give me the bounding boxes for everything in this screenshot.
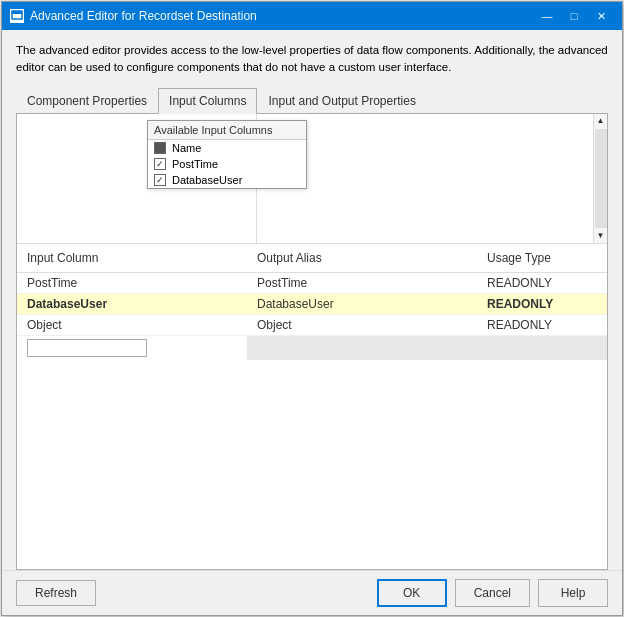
tab-component-properties[interactable]: Component Properties bbox=[16, 88, 158, 114]
header-usage-type: Usage Type bbox=[477, 248, 607, 268]
main-window: Advanced Editor for Recordset Destinatio… bbox=[1, 1, 623, 616]
title-bar: Advanced Editor for Recordset Destinatio… bbox=[2, 2, 622, 30]
cell-output-object: Object bbox=[247, 315, 477, 335]
tab-input-output-properties[interactable]: Input and Output Properties bbox=[257, 88, 426, 114]
description-text: The advanced editor provides access to t… bbox=[16, 42, 608, 77]
bottom-right-buttons: OK Cancel Help bbox=[377, 579, 608, 607]
scroll-down-arrow[interactable]: ▼ bbox=[594, 229, 608, 243]
refresh-button[interactable]: Refresh bbox=[16, 580, 96, 606]
cell-usage-object: READONLY bbox=[477, 315, 607, 335]
scroll-track bbox=[595, 129, 607, 228]
cell-usage-posttime: READONLY bbox=[477, 273, 607, 293]
input-field[interactable] bbox=[27, 339, 147, 357]
input-row bbox=[17, 336, 607, 360]
help-button[interactable]: Help bbox=[538, 579, 608, 607]
cell-output-databaseuser: DatabaseUser bbox=[247, 294, 477, 314]
header-input-column: Input Column bbox=[17, 248, 247, 268]
content-area: The advanced editor provides access to t… bbox=[2, 30, 622, 570]
window-icon bbox=[10, 9, 24, 23]
table-area: Input Column Output Alias Usage Type Pos… bbox=[17, 244, 607, 570]
top-panel: Available Input Columns Name PostTime bbox=[17, 114, 607, 244]
available-columns-header: Available Input Columns bbox=[148, 121, 306, 140]
table-header: Input Column Output Alias Usage Type bbox=[17, 244, 607, 273]
cell-usage-databaseuser: READONLY bbox=[477, 294, 607, 314]
header-output-alias: Output Alias bbox=[247, 248, 477, 268]
table-row[interactable]: Object Object READONLY bbox=[17, 315, 607, 336]
input-output-area bbox=[247, 336, 607, 360]
col-item-databaseuser[interactable]: DatabaseUser bbox=[148, 172, 306, 188]
title-controls: — □ ✕ bbox=[534, 6, 614, 26]
col-checkbox-name[interactable] bbox=[154, 142, 166, 154]
col-checkbox-databaseuser[interactable] bbox=[154, 174, 166, 186]
table-row[interactable]: DatabaseUser DatabaseUser READONLY bbox=[17, 294, 607, 315]
cell-input-posttime: PostTime bbox=[17, 273, 247, 293]
cancel-button[interactable]: Cancel bbox=[455, 579, 530, 607]
ok-button[interactable]: OK bbox=[377, 579, 447, 607]
bottom-bar: Refresh OK Cancel Help bbox=[2, 570, 622, 615]
title-bar-left: Advanced Editor for Recordset Destinatio… bbox=[10, 9, 257, 23]
columns-scroll[interactable]: Name PostTime DatabaseUser bbox=[148, 140, 306, 188]
col-checkbox-posttime[interactable] bbox=[154, 158, 166, 170]
tab-bar: Component Properties Input Columns Input… bbox=[16, 87, 608, 114]
cell-input-databaseuser: DatabaseUser bbox=[17, 294, 247, 314]
col-item-posttime[interactable]: PostTime bbox=[148, 156, 306, 172]
svg-rect-1 bbox=[12, 11, 22, 14]
window-title: Advanced Editor for Recordset Destinatio… bbox=[30, 9, 257, 23]
col-item-name[interactable]: Name bbox=[148, 140, 306, 156]
cell-input-object: Object bbox=[17, 315, 247, 335]
table-body: PostTime PostTime READONLY DatabaseUser … bbox=[17, 273, 607, 570]
minimize-button[interactable]: — bbox=[534, 6, 560, 26]
table-row[interactable]: PostTime PostTime READONLY bbox=[17, 273, 607, 294]
tab-content: Available Input Columns Name PostTime bbox=[16, 114, 608, 571]
scroll-up-arrow[interactable]: ▲ bbox=[594, 114, 608, 128]
tab-input-columns[interactable]: Input Columns bbox=[158, 88, 257, 114]
maximize-button[interactable]: □ bbox=[561, 6, 587, 26]
top-panel-scrollbar[interactable]: ▲ ▼ bbox=[593, 114, 607, 243]
input-cell bbox=[17, 336, 247, 360]
cell-output-posttime: PostTime bbox=[247, 273, 477, 293]
available-columns-popup: Available Input Columns Name PostTime bbox=[147, 120, 307, 189]
close-button[interactable]: ✕ bbox=[588, 6, 614, 26]
